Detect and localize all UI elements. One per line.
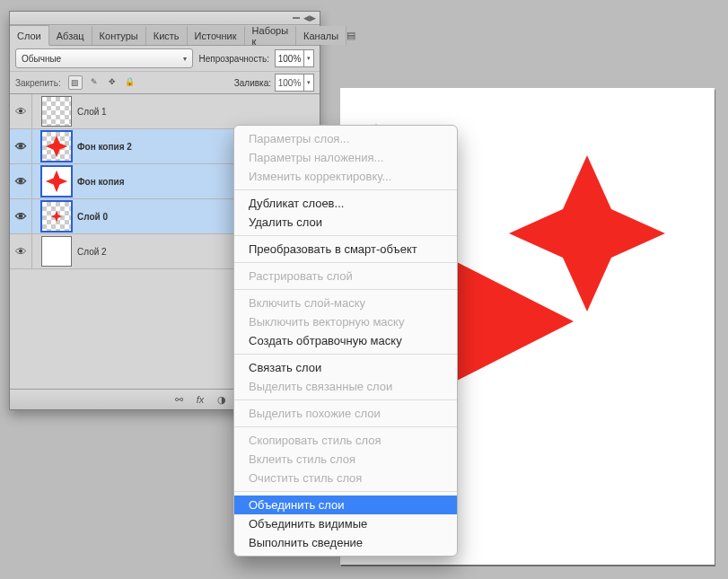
- menu-separator: [234, 289, 457, 290]
- menu-item[interactable]: Объединить слои: [234, 496, 457, 514]
- layer-thumbnail[interactable]: [41, 131, 72, 162]
- opacity-field[interactable]: 100% ▾: [275, 49, 314, 67]
- link-icon[interactable]: ⚯: [171, 392, 187, 407]
- menu-item[interactable]: Выполнить сведение: [234, 533, 457, 552]
- panel-topbar: ◀▶: [10, 12, 320, 25]
- menu-item[interactable]: Дубликат слоев...: [234, 194, 457, 213]
- fx-icon[interactable]: fx: [192, 392, 208, 407]
- menu-separator: [234, 354, 457, 355]
- panel-tab[interactable]: Наборы к: [245, 26, 297, 45]
- layer-context-menu[interactable]: Параметры слоя...Параметры наложения...И…: [233, 125, 458, 557]
- chevron-down-icon[interactable]: ▾: [303, 75, 313, 91]
- collapse-icon[interactable]: ◀▶: [303, 13, 316, 22]
- panel-tab[interactable]: Абзац: [49, 26, 92, 45]
- lock-brush-icon[interactable]: ✎: [88, 75, 101, 88]
- opacity-label: Непрозрачность:: [198, 54, 269, 64]
- menu-item: Выключить векторную маску: [234, 312, 457, 331]
- menu-item: Очистить стиль слоя: [234, 469, 457, 487]
- layer-name[interactable]: Слой 1: [77, 107, 314, 117]
- fill-field[interactable]: 100% ▾: [275, 74, 314, 92]
- menu-item: Выделить похожие слои: [234, 404, 457, 423]
- menu-item[interactable]: Объединить видимые: [234, 514, 457, 533]
- menu-item[interactable]: Удалить слои: [234, 213, 457, 232]
- menu-item: Параметры слоя...: [234, 129, 457, 148]
- menu-item: Скопировать стиль слоя: [234, 431, 457, 450]
- panel-tab[interactable]: Слои: [10, 25, 49, 46]
- panel-tab[interactable]: Источник: [188, 26, 245, 45]
- panel-tab[interactable]: Контуры: [92, 26, 146, 45]
- lock-label: Закрепить:: [15, 78, 61, 88]
- eye-icon: 👁: [15, 140, 27, 154]
- eye-icon: 👁: [15, 175, 27, 189]
- menu-separator: [234, 399, 457, 400]
- menu-separator: [234, 262, 457, 263]
- layer-thumbnail[interactable]: [41, 166, 72, 197]
- visibility-toggle[interactable]: 👁: [10, 129, 32, 163]
- eye-icon: 👁: [15, 210, 27, 224]
- eye-icon: 👁: [15, 105, 27, 118]
- menu-item[interactable]: Преобразовать в смарт-объект: [234, 240, 457, 259]
- menu-separator: [234, 235, 457, 236]
- lock-move-icon[interactable]: ✥: [106, 75, 118, 88]
- menu-item[interactable]: Создать обтравочную маску: [234, 331, 457, 350]
- blend-mode-dropdown[interactable]: Обычные ▾: [15, 48, 193, 68]
- layer-thumbnail[interactable]: [41, 96, 72, 127]
- menu-item: Изменить корректировку...: [234, 167, 457, 186]
- menu-separator: [234, 426, 457, 427]
- lock-transparent-icon[interactable]: ▨: [68, 75, 83, 90]
- lock-fill-row: Закрепить: ▨ ✎ ✥ 🔒 Заливка: 100% ▾: [10, 71, 320, 93]
- layer-thumbnail[interactable]: [41, 201, 72, 232]
- menu-item: Выделить связанные слои: [234, 377, 457, 396]
- menu-separator: [234, 491, 457, 492]
- lock-all-icon[interactable]: 🔒: [124, 75, 136, 88]
- visibility-toggle[interactable]: 👁: [10, 94, 32, 128]
- menu-item: Вклеить стиль слоя: [234, 450, 457, 469]
- visibility-toggle[interactable]: 👁: [10, 234, 32, 268]
- menu-separator: [234, 189, 457, 190]
- panel-tab[interactable]: Кисть: [146, 26, 188, 45]
- visibility-toggle[interactable]: 👁: [10, 199, 32, 233]
- menu-item[interactable]: Связать слои: [234, 358, 457, 377]
- panel-menu-icon[interactable]: ▤: [346, 25, 355, 45]
- blend-mode-value: Обычные: [22, 54, 61, 64]
- menu-item: Параметры наложения...: [234, 148, 457, 167]
- fill-label: Заливка:: [234, 78, 271, 88]
- chevron-down-icon[interactable]: ▾: [303, 50, 313, 66]
- layer-thumbnail[interactable]: [41, 236, 72, 267]
- menu-item: Включить слой-маску: [234, 294, 457, 312]
- mask-icon[interactable]: ◑: [214, 392, 230, 407]
- visibility-toggle[interactable]: 👁: [10, 164, 32, 198]
- chevron-down-icon: ▾: [183, 55, 187, 63]
- menu-item: Растрировать слой: [234, 267, 457, 285]
- eye-icon: 👁: [15, 245, 27, 259]
- panel-tab[interactable]: Каналы: [296, 26, 346, 45]
- panel-tab-row: СлоиАбзацКонтурыКистьИсточникНаборы кКан…: [10, 25, 320, 46]
- blend-opacity-row: Обычные ▾ Непрозрачность: 100% ▾: [10, 46, 320, 71]
